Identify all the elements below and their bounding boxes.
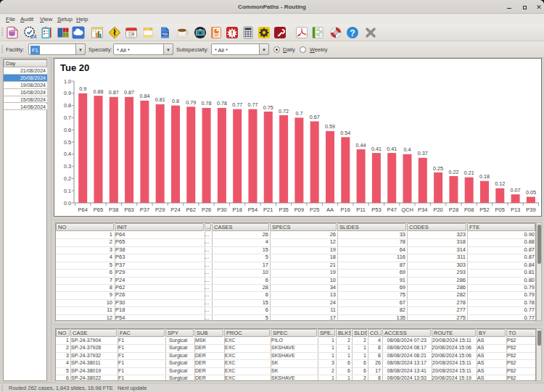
svg-text:0.0: 0.0 bbox=[64, 200, 71, 207]
svg-text:0.9: 0.9 bbox=[79, 86, 86, 92]
svg-text:P39: P39 bbox=[526, 207, 535, 213]
svg-text:P24: P24 bbox=[170, 207, 180, 213]
svg-text:0.22: 0.22 bbox=[448, 169, 458, 175]
svg-text:0.81: 0.81 bbox=[155, 96, 165, 103]
svg-text:0.05: 0.05 bbox=[526, 189, 536, 196]
svg-text:0.21: 0.21 bbox=[464, 170, 474, 176]
svg-text:0.41: 0.41 bbox=[387, 146, 397, 152]
svg-text:P30: P30 bbox=[217, 207, 226, 213]
svg-text:0.1: 0.1 bbox=[64, 188, 71, 194]
svg-text:0.07: 0.07 bbox=[511, 187, 521, 193]
svg-text:P25: P25 bbox=[310, 207, 319, 213]
svg-text:P20: P20 bbox=[433, 207, 442, 213]
svg-text:0.8: 0.8 bbox=[64, 102, 71, 109]
svg-text:?: ? bbox=[350, 28, 355, 38]
svg-text:P29: P29 bbox=[155, 207, 165, 213]
svg-text:P47: P47 bbox=[387, 207, 397, 213]
svg-text:0.44: 0.44 bbox=[356, 142, 366, 149]
svg-text:P37: P37 bbox=[140, 207, 149, 213]
svg-text:0.77: 0.77 bbox=[248, 101, 258, 108]
svg-text:0.77: 0.77 bbox=[232, 101, 242, 108]
svg-text:0.59: 0.59 bbox=[325, 123, 335, 130]
svg-text:P35: P35 bbox=[279, 207, 288, 213]
svg-text:0.75: 0.75 bbox=[263, 104, 273, 111]
svg-text:P62: P62 bbox=[186, 207, 196, 213]
svg-text:P21: P21 bbox=[263, 207, 273, 213]
svg-text:0.87: 0.87 bbox=[109, 89, 119, 96]
svg-text:0.2: 0.2 bbox=[64, 175, 71, 182]
svg-text:P54: P54 bbox=[248, 207, 257, 213]
svg-text:0.4: 0.4 bbox=[404, 146, 411, 153]
svg-text:P13: P13 bbox=[511, 207, 520, 213]
svg-text:0.12: 0.12 bbox=[495, 180, 505, 187]
svg-text:P53: P53 bbox=[371, 207, 381, 213]
svg-text:0.41: 0.41 bbox=[371, 146, 382, 152]
svg-text:0.37: 0.37 bbox=[418, 150, 428, 157]
svg-text:0.7: 0.7 bbox=[64, 114, 71, 121]
svg-text:0.87: 0.87 bbox=[124, 89, 134, 96]
svg-text:P05: P05 bbox=[495, 207, 505, 213]
svg-text:0.6: 0.6 bbox=[64, 127, 71, 133]
svg-text:P64: P64 bbox=[78, 207, 88, 213]
svg-text:P09: P09 bbox=[294, 207, 304, 213]
svg-text:P34: P34 bbox=[418, 207, 427, 213]
svg-text:0.25: 0.25 bbox=[433, 165, 443, 172]
svg-text:0.78: 0.78 bbox=[202, 100, 212, 107]
svg-text:P26: P26 bbox=[202, 207, 211, 213]
svg-text:0.4: 0.4 bbox=[64, 151, 71, 157]
svg-text:0.78: 0.78 bbox=[217, 100, 227, 107]
svg-text:P63: P63 bbox=[124, 207, 133, 213]
svg-text:0.5: 0.5 bbox=[64, 139, 71, 146]
svg-text:0.54: 0.54 bbox=[340, 130, 350, 136]
svg-text:QCH: QCH bbox=[401, 207, 413, 213]
svg-text:P16: P16 bbox=[341, 207, 350, 213]
svg-text:P18: P18 bbox=[233, 207, 242, 213]
svg-text:0.67: 0.67 bbox=[310, 114, 320, 120]
svg-text:P11: P11 bbox=[356, 207, 366, 213]
svg-text:0.8: 0.8 bbox=[172, 98, 179, 104]
svg-text:P28: P28 bbox=[449, 207, 458, 213]
svg-text:P38: P38 bbox=[109, 207, 118, 213]
svg-text:P08: P08 bbox=[464, 207, 474, 213]
svg-text:SQL: SQL bbox=[162, 32, 169, 36]
svg-text:0.18: 0.18 bbox=[479, 173, 490, 180]
svg-text:P65: P65 bbox=[94, 207, 103, 213]
svg-text:P52: P52 bbox=[479, 207, 489, 213]
svg-text:0.7: 0.7 bbox=[295, 110, 302, 117]
svg-text:0.3: 0.3 bbox=[64, 163, 71, 170]
svg-text:24: 24 bbox=[30, 33, 36, 39]
svg-text:0.84: 0.84 bbox=[139, 93, 149, 99]
svg-text:0.9: 0.9 bbox=[64, 90, 71, 96]
svg-text:0.72: 0.72 bbox=[279, 108, 289, 114]
svg-text:1.0: 1.0 bbox=[64, 78, 71, 85]
svg-text:0.79: 0.79 bbox=[186, 99, 196, 106]
svg-text:AA: AA bbox=[326, 207, 334, 213]
svg-text:0.88: 0.88 bbox=[94, 88, 104, 95]
